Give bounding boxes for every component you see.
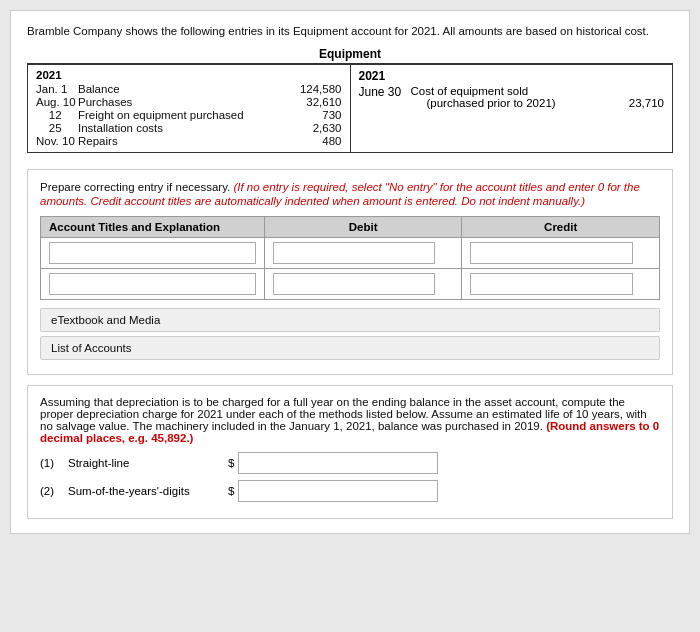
dep-row-2: (2) Sum-of-the-years'-digits $ [40,480,660,502]
etextbook-button[interactable]: eTextbook and Media [40,308,660,332]
t-account-right: 2021 June 30 Cost of equipment sold(purc… [351,65,673,152]
t-row-aug12: 12 Freight on equipment purchased 730 [36,109,342,121]
dep-row-1: (1) Straight-line $ [40,452,660,474]
journal-credit-1[interactable] [462,238,660,269]
instruction-section: Prepare correcting entry if necessary. (… [27,169,673,375]
journal-account-2[interactable] [41,269,265,300]
dep-dollar-2: $ [228,485,234,497]
col-header-account: Account Titles and Explanation [41,217,265,238]
equipment-section: Equipment 2021 Jan. 1 Balance 124,580 Au… [27,47,673,153]
dep-label-1: Straight-line [68,457,228,469]
journal-row-1 [41,238,660,269]
dep-input-2[interactable] [238,480,438,502]
journal-account-input-1[interactable] [49,242,256,264]
col-header-credit: Credit [462,217,660,238]
journal-credit-2[interactable] [462,269,660,300]
t-row-aug25: 25 Installation costs 2,630 [36,122,342,134]
t-account-title: Equipment [27,47,673,65]
intro-text: Bramble Company shows the following entr… [27,25,673,37]
dep-label-2: Sum-of-the-years'-digits [68,485,228,497]
t-row-aug10: Aug. 10 Purchases 32,610 [36,96,342,108]
dep-num-1: (1) [40,457,68,469]
journal-credit-input-1[interactable] [470,242,633,264]
t-right-header: 2021 [359,69,665,83]
journal-debit-1[interactable] [264,238,462,269]
depreciation-section: Assuming that depreciation is to be char… [27,385,673,519]
depreciation-text: Assuming that depreciation is to be char… [40,396,660,444]
journal-row-2 [41,269,660,300]
btn-row: eTextbook and Media List of Accounts [40,308,660,360]
journal-debit-2[interactable] [264,269,462,300]
t-right-row-june30: June 30 Cost of equipment sold(purchased… [359,85,665,109]
journal-debit-input-1[interactable] [273,242,436,264]
col-header-debit: Debit [264,217,462,238]
list-accounts-button[interactable]: List of Accounts [40,336,660,360]
journal-account-input-2[interactable] [49,273,256,295]
t-row-jan1: Jan. 1 Balance 124,580 [36,83,342,95]
instruction-normal: Prepare correcting entry if necessary. [40,181,233,193]
dep-num-2: (2) [40,485,68,497]
t-account-left: 2021 Jan. 1 Balance 124,580 Aug. 10 Purc… [28,65,351,152]
journal-credit-input-2[interactable] [470,273,633,295]
journal-debit-input-2[interactable] [273,273,436,295]
main-container: Bramble Company shows the following entr… [10,10,690,534]
journal-table: Account Titles and Explanation Debit Cre… [40,216,660,300]
t-left-header: 2021 [36,69,342,81]
dep-input-1[interactable] [238,452,438,474]
dep-dollar-1: $ [228,457,234,469]
journal-account-1[interactable] [41,238,265,269]
t-row-nov10: Nov. 10 Repairs 480 [36,135,342,147]
t-account-wrapper: 2021 Jan. 1 Balance 124,580 Aug. 10 Purc… [27,65,673,153]
